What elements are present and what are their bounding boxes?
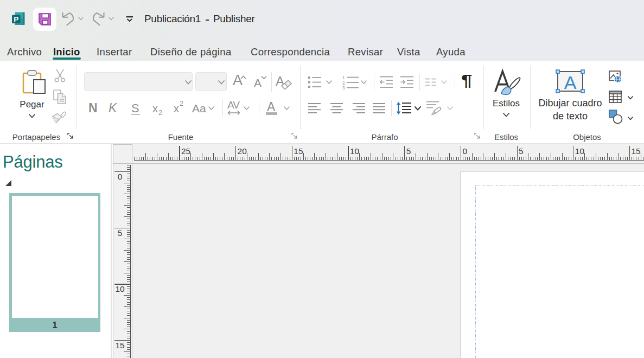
svg-text:15: 15 (115, 341, 124, 350)
svg-text:1: 1 (342, 75, 345, 80)
svg-text:25: 25 (181, 146, 190, 156)
svg-text:2: 2 (342, 80, 345, 86)
svg-text:15: 15 (294, 146, 303, 156)
svg-text:10: 10 (575, 146, 585, 156)
svg-text:20: 20 (238, 146, 247, 156)
svg-text:0: 0 (118, 172, 123, 181)
svg-text:5: 5 (406, 146, 411, 156)
svg-text:15: 15 (632, 146, 641, 156)
svg-text:A: A (564, 72, 577, 93)
svg-text:10: 10 (115, 284, 125, 293)
svg-text:5: 5 (519, 146, 524, 156)
svg-text:5: 5 (118, 228, 123, 238)
svg-text:3: 3 (342, 85, 345, 90)
svg-text:10: 10 (350, 146, 360, 156)
svg-text:P: P (14, 15, 18, 23)
svg-text:0: 0 (462, 146, 467, 156)
